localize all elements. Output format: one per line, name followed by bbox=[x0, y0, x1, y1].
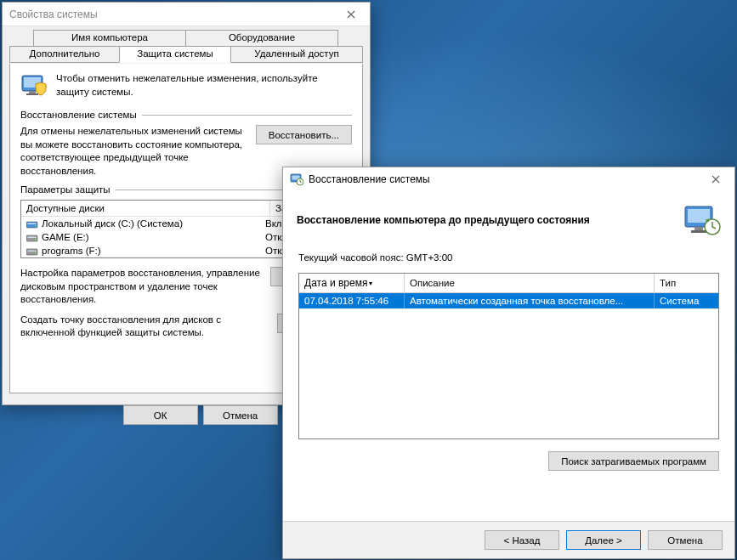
drive-icon bbox=[26, 246, 38, 256]
svg-rect-7 bbox=[26, 235, 37, 241]
restore-description: Для отмены нежелательных изменений систе… bbox=[20, 125, 247, 178]
drive-name: GAME (E:) bbox=[42, 232, 262, 242]
monitor-clock-icon bbox=[683, 203, 721, 237]
titlebar: Восстановление системы bbox=[283, 167, 734, 191]
svg-rect-8 bbox=[28, 236, 37, 238]
wizard-header: Восстановление компьютера до предыдущего… bbox=[283, 191, 734, 246]
close-button[interactable] bbox=[699, 168, 733, 190]
wizard-footer: < Назад Далее > Отмена bbox=[283, 521, 734, 558]
svg-rect-10 bbox=[26, 249, 37, 255]
restore-group-label: Восстановление системы bbox=[20, 110, 137, 120]
next-button[interactable]: Далее > bbox=[566, 530, 641, 550]
tab-remote[interactable]: Удаленный доступ bbox=[230, 46, 363, 63]
col-date-header[interactable]: Дата и время▾ bbox=[299, 274, 405, 292]
tab-system-protection[interactable]: Защита системы bbox=[119, 46, 231, 63]
drive-icon bbox=[26, 219, 38, 229]
create-description: Создать точку восстановления для дисков … bbox=[20, 314, 269, 340]
svg-rect-4 bbox=[26, 222, 37, 228]
svg-point-6 bbox=[35, 225, 37, 227]
shield-monitor-icon bbox=[20, 72, 48, 99]
svg-rect-19 bbox=[691, 230, 706, 233]
col-type-header[interactable]: Тип bbox=[655, 274, 718, 292]
tab-row: Имя компьютера Оборудование Дополнительн… bbox=[9, 30, 363, 64]
tab-advanced[interactable]: Дополнительно bbox=[9, 46, 120, 63]
svg-rect-11 bbox=[28, 250, 37, 252]
cell-type: Система bbox=[655, 293, 718, 308]
cell-date: 07.04.2018 7:55:46 bbox=[299, 293, 405, 308]
sort-desc-icon: ▾ bbox=[369, 280, 372, 287]
tab-computer-name[interactable]: Имя компьютера bbox=[33, 30, 186, 47]
timezone-text: Текущий часовой пояс: GMT+3:00 bbox=[298, 252, 719, 263]
svg-rect-2 bbox=[29, 91, 36, 93]
drive-name: programs (F:) bbox=[42, 246, 262, 256]
restore-button[interactable]: Восстановить... bbox=[256, 125, 352, 144]
svg-point-9 bbox=[35, 239, 37, 240]
svg-point-12 bbox=[35, 252, 37, 254]
tab-hardware[interactable]: Оборудование bbox=[185, 30, 338, 47]
wizard-heading: Восстановление компьютера до предыдущего… bbox=[297, 214, 590, 226]
window-title: Свойства системы bbox=[9, 8, 98, 20]
scan-programs-button[interactable]: Поиск затрагиваемых программ bbox=[548, 451, 719, 471]
close-icon bbox=[711, 175, 720, 184]
cancel-button[interactable]: Отмена bbox=[203, 405, 278, 425]
restore-points-table: Дата и время▾ Описание Тип 07.04.2018 7:… bbox=[298, 273, 719, 439]
info-text: Чтобы отменить нежелательные изменения, … bbox=[56, 72, 352, 99]
configure-description: Настройка параметров восстановления, упр… bbox=[20, 267, 262, 307]
window-title: Восстановление системы bbox=[309, 173, 430, 185]
close-button[interactable] bbox=[334, 3, 368, 25]
drive-name: Локальный диск (C:) (Система) bbox=[42, 218, 262, 229]
system-restore-window: Восстановление системы Восстановление ко… bbox=[282, 167, 735, 559]
svg-rect-5 bbox=[28, 223, 37, 224]
svg-rect-18 bbox=[694, 227, 703, 230]
col-drive-header[interactable]: Доступные диски bbox=[21, 201, 270, 216]
svg-rect-3 bbox=[26, 93, 38, 95]
drive-icon bbox=[26, 233, 38, 242]
back-button[interactable]: < Назад bbox=[485, 530, 559, 550]
restore-point-row[interactable]: 07.04.2018 7:55:46Автоматически созданна… bbox=[299, 293, 718, 308]
close-icon bbox=[347, 10, 355, 19]
ok-button[interactable]: ОК bbox=[123, 405, 198, 425]
cancel-button[interactable]: Отмена bbox=[648, 530, 723, 550]
cell-desc: Автоматически созданная точка восстановл… bbox=[405, 293, 655, 308]
params-group-label: Параметры защиты bbox=[20, 184, 111, 195]
col-desc-header[interactable]: Описание bbox=[405, 274, 655, 292]
titlebar: Свойства системы bbox=[3, 3, 370, 26]
restore-app-icon bbox=[290, 173, 303, 186]
